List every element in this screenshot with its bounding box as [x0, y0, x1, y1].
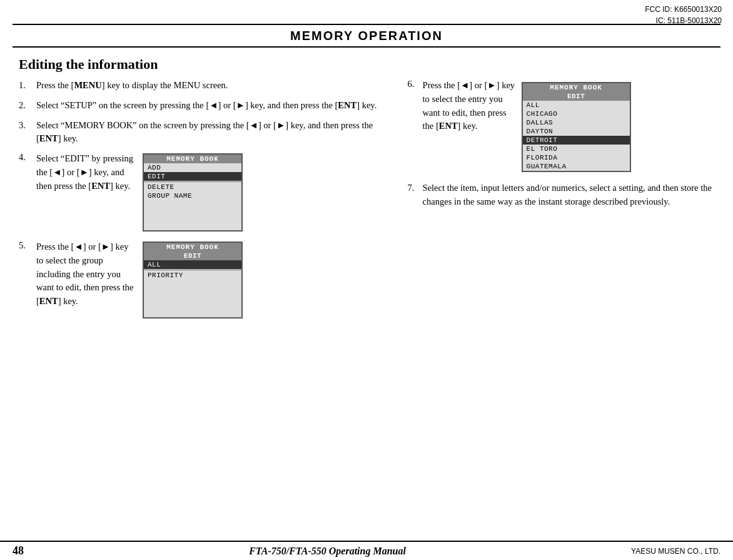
step-1: 1. Press the [MENU] key to display the M…	[19, 79, 389, 93]
screen-step4: MEMORY BOOK ADD EDIT DELETE GROUP NAME	[143, 153, 243, 232]
step-4-screen: MEMORY BOOK ADD EDIT DELETE GROUP NAME	[143, 153, 243, 232]
left-column: 1. Press the [MENU] key to display the M…	[19, 79, 402, 318]
screen-step5-sub: EDIT	[144, 252, 241, 260]
step-3: 3. Select “MEMORY BOOK” on the screen by…	[19, 119, 389, 146]
two-column-layout: 1. Press the [MENU] key to display the M…	[19, 79, 714, 318]
step-5-container: 5. Press the [◄] or [►] key to select th…	[19, 240, 389, 318]
page-footer: 48 FTA-750/FTA-550 Operating Manual YAES…	[0, 541, 733, 560]
screen-step5-header: MEMORY BOOK	[144, 243, 241, 252]
step-6-container: 6. Press the [◄] or [►] key to select th…	[408, 79, 714, 172]
step-4-container: 4. Select “EDIT” by pressing the [◄] or …	[19, 152, 389, 232]
screen-step6-row-detroit: DETROIT	[523, 136, 630, 145]
screen-step6: MEMORY BOOK EDIT ALL CHICAGO DALLAS DAYT…	[522, 82, 631, 172]
footer-title-text: FTA-750/FTA-550 Operating Manual	[249, 546, 406, 556]
screen-step6-row-all: ALL	[523, 101, 630, 109]
main-content: Editing the information 1. Press the [ME…	[19, 56, 714, 522]
step-6-screen: MEMORY BOOK EDIT ALL CHICAGO DALLAS DAYT…	[522, 82, 631, 172]
step-2: 2. Select “SETUP” on the screen by press…	[19, 99, 389, 113]
fcc-ic-info: FCC ID: K6650013X20 IC: 511B-50013X20	[645, 4, 722, 26]
step-6-text: Press the [◄] or [►] key to select the e…	[423, 79, 517, 133]
step-5-screen: MEMORY BOOK EDIT ALL PRIORITY	[143, 242, 243, 318]
footer-title: FTA-750/FTA-550 Operating Manual	[24, 546, 631, 557]
screen-step6-header: MEMORY BOOK	[523, 83, 630, 92]
screen-step6-row-florida: FLORIDA	[523, 153, 630, 162]
step-5-text: Press the [◄] or [►] key to select the g…	[36, 240, 136, 308]
step-5-num: 5.	[19, 240, 36, 251]
page-number: 48	[13, 544, 24, 557]
fcc-id: FCC ID: K6650013X20	[645, 4, 722, 15]
page-header: Memory Operation	[0, 24, 733, 48]
page-title: Memory Operation	[0, 25, 733, 46]
screen-step6-row-eltoro: EL TORO	[523, 145, 630, 153]
step-6-num: 6.	[408, 79, 423, 89]
screen-step4-header: MEMORY BOOK	[144, 155, 241, 163]
screen-step4-row-edit: EDIT	[144, 172, 241, 181]
right-column: 6. Press the [◄] or [►] key to select th…	[402, 79, 714, 318]
screen-step5-row-priority: PRIORITY	[144, 271, 241, 280]
footer-company: YAESU MUSEN CO., LTD.	[631, 547, 720, 556]
screen-step5: MEMORY BOOK EDIT ALL PRIORITY	[143, 242, 243, 318]
screen-step6-sub: EDIT	[523, 92, 630, 101]
section-title: Editing the information	[19, 56, 714, 73]
step-7-text: Select the item, input letters and/or nu…	[423, 181, 714, 209]
screen-step4-row-add: ADD	[144, 163, 241, 172]
step-4-num: 4.	[19, 152, 36, 163]
screen-step6-row-dallas: DALLAS	[523, 118, 630, 127]
step-4-text: Select “EDIT” by pressing the [◄] or [►]…	[36, 152, 136, 193]
step-3-num: 3.	[19, 119, 36, 133]
step-2-num: 2.	[19, 99, 36, 113]
step-7-container: 7. Select the item, input letters and/or…	[408, 181, 714, 209]
screen-step6-row-dayton: DAYTON	[523, 127, 630, 136]
screen-step6-row-chicago: CHICAGO	[523, 109, 630, 118]
step-1-text: Press the [MENU] key to display the MENU…	[36, 79, 389, 93]
screen-step6-row-guatemala: GUATEMALA	[523, 162, 630, 171]
screen-step5-row-all: ALL	[144, 260, 241, 269]
step-7-num: 7.	[408, 181, 423, 195]
screen-step4-row-delete: DELETE	[144, 183, 241, 191]
screen-step4-row-group: GROUP NAME	[144, 191, 241, 200]
step-2-text: Select “SETUP” on the screen by pressing…	[36, 99, 389, 113]
step-3-text: Select “MEMORY BOOK” on the screen by pr…	[36, 119, 389, 146]
step-1-num: 1.	[19, 79, 36, 93]
